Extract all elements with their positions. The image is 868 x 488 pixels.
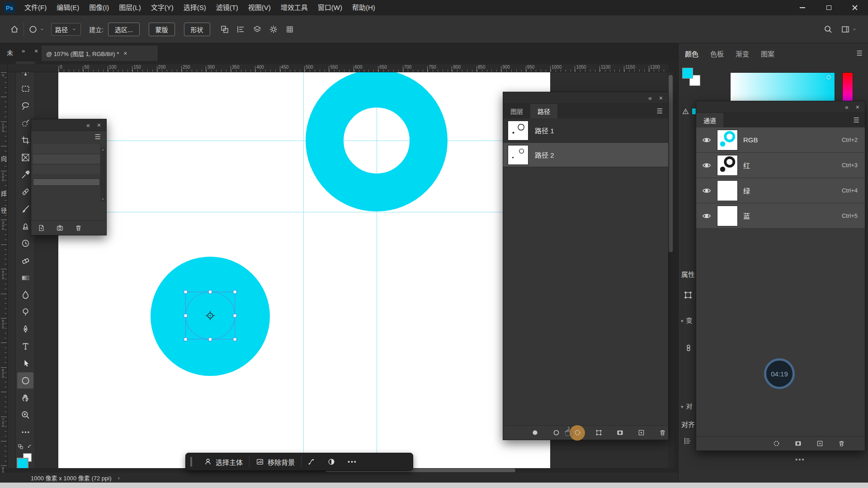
new-snapshot-icon[interactable] <box>56 224 64 232</box>
taskbar-button-选择主体[interactable]: 选择主体 <box>198 453 249 470</box>
load-selection-icon[interactable] <box>572 427 583 438</box>
close-icon[interactable]: × <box>659 94 663 102</box>
make-button-选区...[interactable]: 选区... <box>108 23 140 36</box>
channel-row-RGB[interactable]: RGBCtrl+2 <box>696 127 865 153</box>
hand-tool[interactable] <box>17 389 33 406</box>
workspace-icon[interactable] <box>841 25 857 34</box>
vertical-ruler[interactable]: 0100200300400500600700800 <box>0 72 8 468</box>
new-channel-icon[interactable] <box>814 438 825 449</box>
canvas-artwork[interactable] <box>58 72 550 468</box>
edit-toolbar-button[interactable] <box>17 424 33 440</box>
default-colors-icon[interactable] <box>18 444 24 450</box>
delete-path-icon[interactable] <box>657 427 668 438</box>
menu-item-选择(S)[interactable]: 选择(S) <box>179 0 211 15</box>
tab-色板[interactable]: 色板 <box>710 49 724 58</box>
home-button[interactable] <box>10 25 19 34</box>
collapse-icon[interactable]: « <box>86 122 90 129</box>
taskbar-grip[interactable] <box>190 457 192 467</box>
history-slider[interactable] <box>33 178 100 186</box>
hidden-tab-partial[interactable]: 未 <box>7 48 13 57</box>
minimize-button[interactable] <box>789 0 816 15</box>
zoom-tool[interactable] <box>17 407 33 423</box>
menu-item-图像(I)[interactable]: 图像(I) <box>84 0 114 15</box>
path-alignment-icon[interactable] <box>236 25 245 34</box>
ellipse-tool[interactable] <box>17 372 33 389</box>
make-work-path-icon[interactable] <box>593 427 604 438</box>
more-options-icon[interactable]: ••• <box>795 455 805 463</box>
path-thumbnail[interactable] <box>508 145 528 165</box>
more-options-icon[interactable]: ••• <box>341 458 363 465</box>
history-state-row[interactable] <box>33 144 100 153</box>
menu-item-视图(V)[interactable]: 视图(V) <box>243 0 276 15</box>
swap-colors-icon[interactable] <box>27 444 33 450</box>
menu-item-编辑(E)[interactable]: 编辑(E) <box>52 0 84 15</box>
transform-path-icon[interactable] <box>302 453 321 470</box>
close-icon[interactable]: × <box>97 122 101 129</box>
visibility-eye-icon[interactable] <box>702 186 712 196</box>
collapse-icon[interactable]: « <box>648 94 652 102</box>
history-state-row[interactable] <box>33 165 100 174</box>
maximize-button[interactable] <box>816 0 842 15</box>
close-icon[interactable]: × <box>856 103 859 111</box>
panel-menu-icon[interactable]: ☰ <box>657 107 663 115</box>
panel-close-icon[interactable]: × <box>34 47 38 55</box>
search-icon[interactable] <box>824 25 833 34</box>
new-document-from-state-icon[interactable] <box>38 224 45 232</box>
load-channel-selection-icon[interactable] <box>771 438 782 449</box>
align-left-icon[interactable] <box>683 436 692 446</box>
color-picker-cursor[interactable] <box>826 75 831 80</box>
gear-icon[interactable] <box>269 25 278 34</box>
menu-item-文字(Y)[interactable]: 文字(Y) <box>146 0 179 15</box>
channel-thumbnail[interactable] <box>717 180 738 201</box>
gradient-tool[interactable] <box>17 269 33 286</box>
marquee-tool[interactable] <box>17 80 33 97</box>
pen-tool[interactable] <box>17 321 33 337</box>
delete-state-icon[interactable] <box>75 224 82 232</box>
channel-thumbnail[interactable] <box>717 206 738 226</box>
foreground-color-swatch[interactable] <box>682 68 693 79</box>
menu-item-图层(L)[interactable]: 图层(L) <box>114 0 146 15</box>
mask-icon[interactable] <box>321 453 341 470</box>
tab-图层[interactable]: 图层 <box>503 104 530 118</box>
collapsed-panel-label[interactable]: 向 <box>1 154 7 163</box>
tab-路径[interactable]: 路径 <box>530 104 557 118</box>
circle-shape[interactable] <box>151 257 270 376</box>
channel-row-红[interactable]: 红Ctrl+3 <box>696 153 865 178</box>
history-scrollbar[interactable]: ▴ ▾ <box>100 147 105 202</box>
fill-path-icon[interactable] <box>529 427 540 438</box>
tab-图案[interactable]: 图案 <box>761 49 774 58</box>
visibility-eye-icon[interactable] <box>702 160 712 170</box>
stroke-path-icon[interactable] <box>551 427 561 438</box>
link-dimensions-icon[interactable] <box>684 343 693 352</box>
menu-item-滤镜(T)[interactable]: 滤镜(T) <box>211 0 243 15</box>
panel-menu-icon[interactable]: ☰ <box>854 116 859 124</box>
menu-item-窗口(W)[interactable]: 窗口(W) <box>313 0 347 15</box>
collapse-icon[interactable]: « <box>845 103 849 111</box>
collapsed-panel-label[interactable]: 择 <box>1 189 7 197</box>
align-edges-icon[interactable] <box>285 25 294 34</box>
lasso-tool[interactable] <box>17 98 33 114</box>
make-button-蒙版[interactable]: 蒙版 <box>149 23 175 36</box>
channel-row-蓝[interactable]: 蓝Ctrl+5 <box>696 203 865 229</box>
tool-preset-picker[interactable] <box>28 25 45 34</box>
make-button-形状[interactable]: 形状 <box>184 23 210 36</box>
collapsed-panel-label[interactable]: 径 <box>1 206 7 214</box>
history-state-row[interactable] <box>33 155 100 164</box>
path-arrangement-icon[interactable] <box>253 25 262 34</box>
transform-section-header[interactable]: ▾变 <box>681 315 693 324</box>
gamut-warning-icon[interactable] <box>682 108 689 115</box>
menu-item-帮助(H)[interactable]: 帮助(H) <box>347 0 380 15</box>
path-operations-icon[interactable] <box>220 25 229 34</box>
panel-menu-icon[interactable]: ☰ <box>857 49 863 57</box>
path-selection-tool[interactable] <box>17 355 33 371</box>
tab-close-icon[interactable]: × <box>123 50 127 57</box>
type-tool[interactable] <box>17 338 33 354</box>
history-brush-tool[interactable] <box>17 235 33 251</box>
channel-row-绿[interactable]: 绿Ctrl+4 <box>696 178 865 203</box>
panel-collapse-icon[interactable]: » <box>22 47 25 54</box>
blur-tool[interactable] <box>17 286 33 303</box>
scroll-down-icon[interactable]: ▾ <box>102 197 104 201</box>
tool-mode-select[interactable]: 路径 <box>51 23 81 36</box>
menu-item-增效工具[interactable]: 增效工具 <box>276 0 313 15</box>
channel-thumbnail[interactable] <box>717 155 738 176</box>
